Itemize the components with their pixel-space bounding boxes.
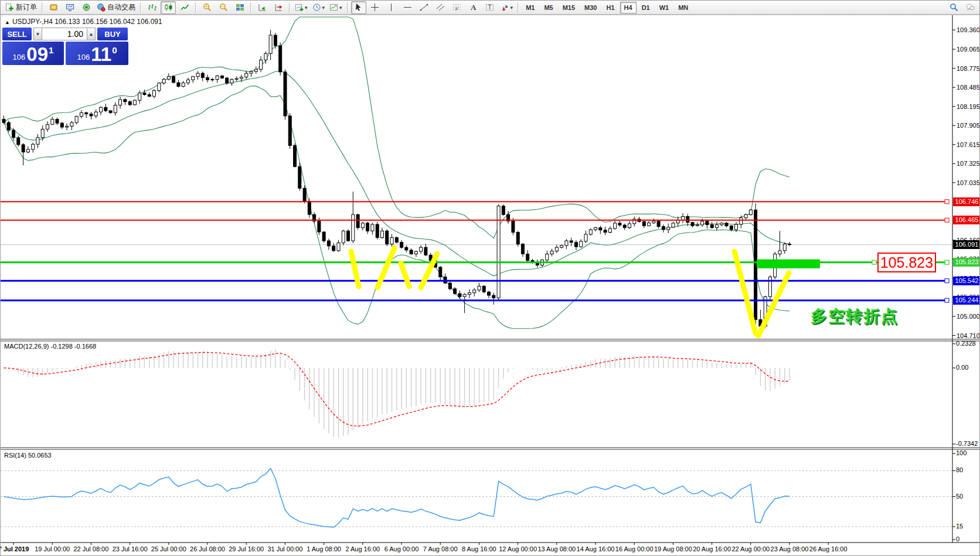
turning-point-annotation[interactable]: 多空转折点 (811, 305, 899, 328)
volume-increase-button[interactable]: ▲ (87, 28, 96, 40)
new-chart-button-dropdown-icon[interactable]: ▾ (305, 5, 308, 11)
text-label-button[interactable]: T (482, 1, 498, 14)
buy-price-box[interactable]: 106 11 0 (66, 42, 128, 65)
fibonacci-button[interactable]: F (450, 1, 465, 14)
svg-text:A: A (471, 3, 477, 12)
yellow-annotation-stroke-5 (758, 273, 789, 336)
autotrading-button-label: 自动交易 (107, 2, 135, 12)
timeframe-button-M15[interactable]: M15 (559, 2, 579, 13)
new-order-button-label: 新订单 (16, 2, 37, 12)
chat-button[interactable] (962, 1, 978, 14)
equidistant-channel-icon (436, 3, 445, 12)
current-price-tag: 106.091 (953, 240, 980, 249)
price-tick-label: 109.065 (957, 45, 980, 53)
mt4-window: 新订单自动交易▾▾▾FAT▾M1M5M15M30H1H4D1W1MN ▲USDJ… (0, 0, 980, 556)
text-button[interactable]: A (466, 1, 481, 14)
rsi-indicator-label: RSI(14) 50.0653 (4, 452, 52, 459)
toolbar-separator (140, 2, 141, 13)
timeframe-button-M1[interactable]: M1 (522, 2, 539, 13)
profiles-icon (312, 3, 321, 12)
price-box-anchor-square (872, 260, 876, 264)
candle-chart-button[interactable] (161, 1, 176, 14)
level-endpoint-105.244 (945, 298, 949, 302)
equidistant-channel-button[interactable] (433, 1, 448, 14)
trendline-button[interactable] (417, 1, 432, 14)
one-click-trading-panel: SELL ▼ ▲ BUY 106 09 1 106 11 0 (2, 28, 130, 65)
new-order-icon (5, 3, 14, 12)
svg-text:F: F (455, 6, 458, 12)
rsi-tick-label: 15 (956, 523, 963, 530)
timeframe-button-M5[interactable]: M5 (540, 2, 557, 13)
templates-button[interactable]: ▾ (328, 1, 344, 14)
timeframe-button-W1[interactable]: W1 (655, 2, 673, 13)
price-tick-label: 107.615 (957, 141, 980, 149)
level-endpoint-106.465 (945, 218, 949, 222)
highlight-zone-rect (757, 260, 820, 268)
market-watch-button[interactable] (46, 1, 61, 14)
yellow-annotation-stroke-1 (377, 248, 394, 288)
timeframe-button-D1[interactable]: D1 (638, 2, 654, 13)
fibonacci-icon: F (452, 3, 461, 12)
cursor-button[interactable] (351, 1, 366, 14)
candles-group (2, 30, 791, 333)
line-chart-icon (181, 3, 189, 12)
chart-shift-icon (274, 3, 283, 12)
arrows-button[interactable]: ▾ (499, 1, 515, 14)
sell-price-point: 1 (49, 45, 53, 55)
yellow-annotation-stroke-4 (734, 251, 756, 333)
new-chart-button[interactable]: ▾ (293, 1, 309, 14)
svg-text:T: T (488, 4, 492, 11)
new-order-button[interactable]: 新订单 (4, 1, 39, 14)
timeframe-button-M30[interactable]: M30 (580, 2, 601, 13)
horizontal-line-button[interactable] (400, 1, 416, 14)
rsi-tick-label: 50 (956, 493, 963, 500)
chart-canvas[interactable] (1, 1, 980, 556)
data-window-icon (66, 3, 74, 12)
volume-input[interactable] (42, 28, 87, 40)
price-annotation-box[interactable]: 105.823 (877, 253, 936, 272)
price-level-tag-resistance: 106.746 (953, 197, 980, 206)
bar-chart-button[interactable] (144, 1, 159, 14)
sell-button[interactable]: SELL (2, 28, 32, 40)
sell-price-box[interactable]: 106 09 1 (2, 42, 64, 65)
price-level-tag-support: 105.542 (953, 277, 980, 285)
strategy-tester-button[interactable] (79, 1, 94, 14)
volume-decrease-button[interactable]: ▼ (33, 28, 42, 40)
buy-price-figure: 106 (77, 53, 90, 62)
crosshair-icon (370, 3, 379, 12)
horizontal-line-icon (403, 3, 412, 12)
arrows-button-dropdown-icon[interactable]: ▾ (511, 5, 513, 11)
rsi-line (4, 468, 790, 527)
macd-tick-label: 0.00 (956, 364, 968, 371)
crosshair-button[interactable] (368, 1, 383, 14)
text-label-icon: T (485, 3, 494, 12)
data-window-button[interactable] (62, 1, 77, 14)
templates-button-dropdown-icon[interactable]: ▾ (339, 5, 342, 11)
buy-price-point: 0 (112, 45, 117, 55)
macd-histogram (4, 349, 790, 438)
timeframe-button-H1[interactable]: H1 (603, 2, 619, 13)
buy-button[interactable]: BUY (97, 28, 128, 40)
profiles-button-dropdown-icon[interactable]: ▾ (322, 5, 325, 11)
buy-price-pips: 11 (91, 46, 111, 63)
level-endpoint-106.746 (945, 200, 949, 204)
strategy-tester-icon (82, 3, 91, 12)
auto-scroll-button[interactable] (254, 1, 270, 14)
zoom-out-button[interactable] (216, 1, 231, 14)
timeframe-button-H4[interactable]: H4 (620, 2, 637, 13)
search-button[interactable] (946, 1, 961, 14)
timeframe-button-MN[interactable]: MN (674, 2, 692, 13)
collapse-arrow-icon[interactable]: ▲ (5, 19, 10, 25)
tile-windows-button[interactable] (232, 1, 247, 14)
rsi-tick-label: 0 (956, 535, 959, 543)
price-tick-label: 104.710 (957, 332, 980, 340)
vertical-line-button[interactable] (384, 1, 399, 14)
line-chart-button[interactable] (177, 1, 192, 14)
profiles-button[interactable]: ▾ (311, 1, 327, 14)
rsi-tick-label: 80 (956, 466, 963, 473)
time-axis-label: 26 Aug 16:00 (801, 545, 855, 552)
new-chart-icon (295, 3, 304, 12)
zoom-in-button[interactable] (199, 1, 215, 14)
chart-shift-button[interactable] (271, 1, 286, 14)
autotrading-button[interactable]: 自动交易 (95, 1, 137, 14)
